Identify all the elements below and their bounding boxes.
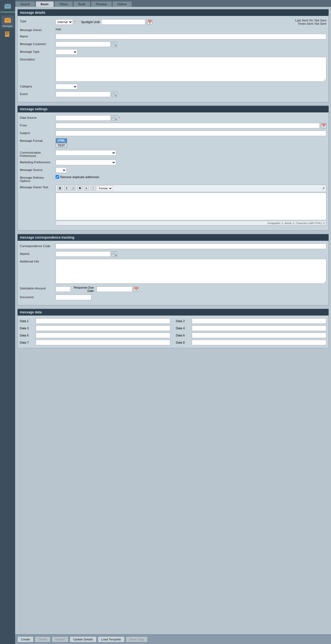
rte-bold-btn[interactable]: B — [57, 186, 63, 191]
response-due-date-label: Response Due Date — [72, 286, 94, 292]
appeal-search-btn[interactable]: 🔍 — [112, 251, 117, 257]
event-search-btn[interactable]: 🔍 — [112, 92, 117, 97]
tab-build[interactable]: Build — [73, 1, 90, 7]
from-row: From 📅 — [20, 123, 326, 128]
rte-expand-btn[interactable]: ↗ — [322, 187, 325, 190]
message-correspondence-tracking-header: message correspondence tracking — [18, 234, 329, 241]
data-source-search-btn[interactable]: 🔍 — [112, 115, 117, 121]
additional-info-textarea[interactable] — [56, 259, 326, 284]
tab-search[interactable]: Search — [15, 1, 35, 7]
data5-input[interactable] — [36, 333, 170, 338]
name-input[interactable] — [56, 34, 326, 39]
sidebar-item-correspondence[interactable]: Correspondence — [1, 1, 14, 14]
message-customer-search-btn[interactable]: 🔍 — [112, 42, 117, 47]
correspondence-code-input[interactable] — [56, 244, 326, 249]
message-type-select[interactable] — [56, 49, 78, 55]
from-calendar-btn[interactable]: 📅 — [321, 123, 326, 128]
messages-icon — [4, 16, 12, 24]
html-format-btn[interactable]: HTML — [56, 138, 67, 143]
message-data-section: message data Data 1 Data 2 Data 3 — [17, 309, 329, 348]
document-field — [56, 295, 326, 300]
data7-input[interactable] — [36, 340, 170, 345]
data6-input[interactable] — [192, 333, 326, 338]
spotlight-calendar-btn[interactable]: 📅 — [147, 19, 152, 25]
spotlight-input[interactable] — [101, 19, 145, 25]
message-source-field — [56, 167, 326, 173]
data4-label: Data 4 — [176, 327, 190, 330]
data-source-input[interactable] — [56, 115, 111, 121]
comm-prefs-field — [56, 150, 326, 156]
subject-input[interactable] — [56, 131, 326, 136]
rte-flag-btn[interactable]: ⚑ — [77, 186, 83, 191]
message-format-label: Message Format — [20, 138, 56, 142]
event-row: Event 🔍 — [20, 92, 326, 97]
delete-button[interactable]: Delete — [35, 636, 51, 642]
category-select[interactable] — [56, 84, 78, 89]
update-details-button[interactable]: Update Details — [70, 636, 97, 642]
message-format-field: HTML TEXT — [56, 138, 326, 148]
data2-input[interactable] — [192, 318, 326, 324]
event-input[interactable] — [56, 92, 111, 97]
comm-prefs-select[interactable] — [56, 150, 116, 156]
message-delivery-field: Remove duplicate addresses — [56, 175, 326, 179]
duplicate-checkbox-label[interactable]: Remove duplicate addresses — [56, 175, 99, 179]
description-textarea[interactable] — [56, 57, 326, 82]
description-row: Description — [20, 57, 326, 82]
type-select[interactable]: Internal — [56, 19, 73, 25]
load-template-button[interactable]: Load Template — [98, 636, 125, 642]
solicitation-amount-input[interactable] — [56, 286, 71, 292]
data1-input[interactable] — [36, 318, 170, 324]
document-input[interactable] — [56, 295, 91, 300]
rte-content[interactable] — [56, 193, 326, 220]
message-owner-text-field: B I 🔗 ⚑ ≡ ⋮ Format ↗ Paragraphs — [56, 185, 326, 225]
subject-row: Subject — [20, 131, 326, 136]
duplicate-checkbox[interactable] — [56, 175, 59, 179]
text-format-btn[interactable]: TEXT — [56, 143, 67, 148]
tab-preview[interactable]: Preview — [91, 1, 112, 7]
appeal-row: Appeal 🔍 — [20, 251, 326, 257]
svg-rect-5 — [6, 34, 8, 35]
tab-basic[interactable]: Basic — [35, 1, 54, 7]
appeal-input[interactable] — [56, 251, 111, 257]
response-due-date-calendar-btn[interactable]: 📅 — [133, 286, 139, 292]
sidebar: Correspondence Messages — [0, 0, 15, 644]
marketing-prefs-select[interactable] — [56, 160, 116, 165]
data7-item: Data 7 — [20, 340, 170, 345]
rte-toolbar: B I 🔗 ⚑ ≡ ⋮ Format ↗ — [56, 185, 326, 192]
from-input[interactable] — [56, 123, 320, 128]
create-button[interactable]: Create — [17, 636, 34, 642]
rte-list-btn[interactable]: ≡ — [84, 186, 89, 191]
rte-italic-btn[interactable]: I — [64, 186, 69, 191]
message-source-select[interactable] — [56, 167, 67, 173]
type-field: Internal * Spotlight Until 📅 — [56, 19, 326, 25]
bottom-toolbar: Create Delete Reload Update Details Load… — [15, 634, 331, 644]
data8-input[interactable] — [192, 340, 326, 345]
description-field — [56, 57, 326, 82]
response-due-date-input[interactable] — [97, 286, 132, 292]
data5-label: Data 5 — [20, 334, 34, 337]
save-copy-button[interactable]: Save Copy — [126, 636, 148, 642]
appeal-field: 🔍 — [56, 251, 326, 257]
tab-filters[interactable]: Filters — [54, 1, 73, 7]
name-label: Name — [20, 34, 56, 38]
data4-input[interactable] — [192, 325, 326, 331]
tab-deliver[interactable]: Deliver — [112, 1, 132, 7]
message-customer-input[interactable] — [56, 42, 111, 47]
message-customer-field: 🔍 — [56, 42, 326, 47]
rte-ol-btn[interactable]: ⋮ — [90, 186, 96, 191]
name-field — [56, 34, 326, 39]
reload-button[interactable]: Reload — [52, 636, 69, 642]
description-label: Description — [20, 57, 56, 61]
message-source-row: Message Source — [20, 167, 326, 173]
times-sent-value: Not Sent — [314, 22, 326, 25]
message-settings-body: Data Source 🔍 * From 📅 — [18, 112, 329, 230]
message-data-body: Data 1 Data 2 Data 3 Data 4 — [18, 316, 329, 348]
sidebar-item-messages[interactable]: Messages — [1, 15, 14, 28]
last-sent-label: Last Sent On: — [295, 19, 314, 22]
data3-input[interactable] — [36, 325, 170, 331]
rte-format-select[interactable]: Format — [97, 186, 113, 191]
sidebar-item-media[interactable] — [1, 29, 14, 40]
message-customer-row: Message Customer 🔍 — [20, 42, 326, 47]
message-owner-value: root — [56, 27, 61, 31]
rte-link-btn[interactable]: 🔗 — [70, 186, 76, 191]
